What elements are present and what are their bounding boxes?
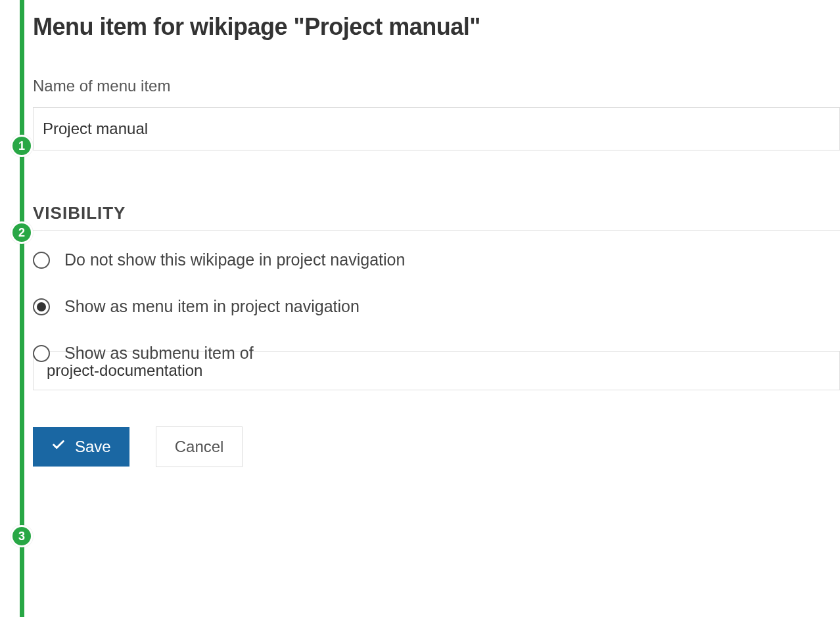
step-marker-3: 3 <box>11 525 33 547</box>
step-marker-2: 2 <box>11 221 33 244</box>
visibility-heading: VISIBILITY <box>33 203 840 231</box>
radio-label: Show as menu item in project navigation <box>64 297 360 316</box>
radio-icon[interactable] <box>33 252 50 269</box>
cancel-button-label: Cancel <box>175 438 224 456</box>
visibility-option-menuitem[interactable]: Show as menu item in project navigation <box>33 297 840 316</box>
page-title: Menu item for wikipage "Project manual" <box>33 13 840 41</box>
check-icon <box>51 438 66 456</box>
radio-label: Show as submenu item of <box>64 344 254 363</box>
step-marker-1: 1 <box>11 135 33 157</box>
cancel-button[interactable]: Cancel <box>156 426 243 467</box>
radio-icon[interactable] <box>33 345 50 362</box>
name-field-label: Name of menu item <box>33 77 840 95</box>
save-button[interactable]: Save <box>33 427 129 467</box>
radio-label: Do not show this wikipage in project nav… <box>64 250 405 269</box>
visibility-option-hide[interactable]: Do not show this wikipage in project nav… <box>33 250 840 269</box>
save-button-label: Save <box>75 438 111 456</box>
radio-icon[interactable] <box>33 298 50 315</box>
name-input[interactable] <box>33 107 840 150</box>
